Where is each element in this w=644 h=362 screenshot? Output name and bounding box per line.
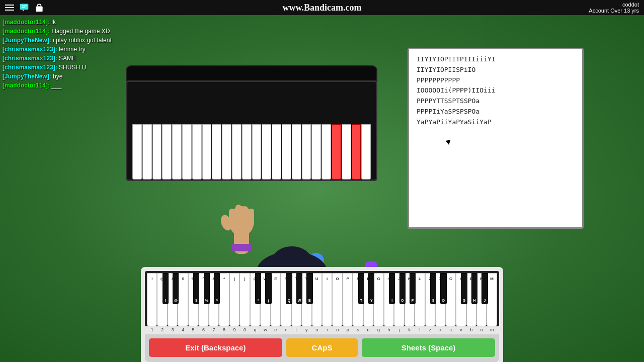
key-label-bottom: c: [446, 327, 456, 332]
white-key[interactable]: W: [260, 273, 270, 326]
white-key[interactable]: *: [219, 273, 229, 326]
top-bar-left-icons: [5, 3, 44, 13]
white-key[interactable]: V: [456, 273, 466, 326]
white-key[interactable]: L: [415, 273, 425, 326]
exit-button[interactable]: Exit (Backspace): [149, 338, 282, 357]
piano-keys-ui: !@#$%^&*()QWERTYUIOPSDGHJKLZXCVBNMI@S%^*…: [145, 271, 499, 326]
svg-rect-6: [231, 244, 252, 251]
chat-panel: [maddoctor114]: lk[maddoctor114]: I lagg…: [3, 18, 143, 90]
white-key[interactable]: D: [363, 273, 373, 326]
username: coddot: [589, 2, 639, 8]
key-label-bottom: u: [312, 327, 322, 332]
white-key[interactable]: #: [168, 273, 178, 326]
white-key[interactable]: ): [239, 273, 250, 326]
chat-message: [JumpyTheNew]: i play roblox got talent: [3, 36, 143, 45]
white-key[interactable]: G: [373, 273, 383, 326]
svg-rect-11: [249, 209, 254, 224]
white-key[interactable]: R: [281, 273, 291, 326]
white-key[interactable]: $: [178, 273, 188, 326]
white-key[interactable]: J: [394, 273, 404, 326]
white-key[interactable]: @: [157, 273, 167, 326]
key-label-top: H: [387, 277, 390, 281]
key-label-bottom: j: [394, 327, 404, 332]
key-label-top: $: [182, 277, 184, 281]
key-label-top: !: [151, 277, 153, 281]
key-label-bottom: h: [384, 327, 394, 332]
white-key[interactable]: (: [229, 273, 239, 326]
white-key[interactable]: Q: [250, 273, 260, 326]
key-label-bottom: 7: [209, 327, 219, 332]
key-label-top: @: [160, 277, 165, 281]
key-label-top: U: [315, 277, 318, 281]
chat-message: [chrismasmax123]: lemme try: [3, 45, 143, 54]
svg-rect-0: [20, 4, 29, 10]
white-key[interactable]: ^: [198, 273, 208, 326]
white-key[interactable]: T: [291, 273, 301, 326]
key-label-top: J: [398, 277, 400, 281]
caps-button[interactable]: CApS: [286, 338, 358, 357]
key-label-top: V: [460, 277, 462, 281]
character-hand: [216, 189, 267, 254]
chat-text: SAME: [59, 55, 76, 62]
key-label-bottom: s: [353, 327, 363, 332]
chat-username: [maddoctor114]:: [3, 19, 50, 26]
white-key[interactable]: &: [209, 273, 219, 326]
key-label-top: L: [419, 277, 421, 281]
white-key[interactable]: I: [322, 273, 332, 326]
hamburger-icon[interactable]: [5, 5, 14, 11]
key-label-bottom: o: [332, 327, 342, 332]
white-key[interactable]: !: [147, 273, 157, 326]
svg-rect-10: [242, 206, 248, 224]
key-label-top: Y: [305, 277, 308, 281]
key-label-bottom: n: [476, 327, 487, 332]
bag-icon[interactable]: [34, 3, 44, 13]
key-label-top: S: [357, 277, 359, 281]
key-label-bottom: m: [487, 327, 497, 332]
key-label-bottom: l: [415, 327, 425, 332]
chat-username: [JumpyTheNew]:: [3, 73, 51, 80]
white-key[interactable]: E: [271, 273, 281, 326]
white-key[interactable]: B: [466, 273, 476, 326]
key-label-top: G: [377, 277, 380, 281]
white-key[interactable]: S: [353, 273, 363, 326]
sheet-panel: IIYIYIOPIITPIIIiiiYIIIYIYIOPIISPiIOPPPPP…: [408, 48, 584, 229]
white-key[interactable]: X: [435, 273, 445, 326]
game-piano-3d: [126, 80, 377, 181]
key-label-bottom: 6: [198, 327, 208, 332]
key-label-bottom: 1: [147, 327, 157, 332]
key-label-bottom: 0: [239, 327, 250, 332]
key-label-bottom: w: [260, 327, 270, 332]
user-info: coddot Account Over 13 yrs: [589, 2, 639, 14]
chat-text: lk: [51, 19, 56, 26]
key-label-top: X: [439, 277, 442, 281]
white-key[interactable]: N: [476, 273, 487, 326]
key-label-bottom: 8: [219, 327, 229, 332]
sheet-content: IIYIYIOPIITPIIIiiiYIIIYIYIOPIISPiIOPPPPP…: [417, 54, 575, 128]
key-label-top: C: [449, 277, 452, 281]
white-key[interactable]: %: [188, 273, 198, 326]
action-buttons-row: Exit (Backspace) CApS Sheets (Space): [145, 334, 499, 362]
svg-rect-4: [36, 7, 42, 12]
account-age: Account Over 13 yrs: [589, 8, 639, 14]
chat-icon[interactable]: [19, 3, 29, 13]
key-label-bottom: z: [425, 327, 435, 332]
white-key[interactable]: O: [332, 273, 342, 326]
white-key[interactable]: M: [487, 273, 497, 326]
key-label-top: ^: [202, 277, 205, 281]
key-label-bottom: q: [250, 327, 260, 332]
white-key[interactable]: C: [446, 273, 456, 326]
white-key[interactable]: Y: [301, 273, 311, 326]
white-key[interactable]: H: [384, 273, 394, 326]
key-label-top: Q: [254, 277, 257, 281]
chat-username: [maddoctor114]:: [3, 28, 50, 35]
sheets-button[interactable]: Sheets (Space): [362, 338, 495, 357]
white-key[interactable]: Z: [425, 273, 435, 326]
white-key[interactable]: U: [312, 273, 322, 326]
top-bar: www.Bandicam.com coddot Account Over 13 …: [0, 0, 644, 15]
white-key[interactable]: P: [343, 273, 353, 326]
chat-message: [maddoctor114]: I lagged the game XD: [3, 27, 143, 36]
key-label-top: E: [274, 277, 277, 281]
svg-rect-9: [235, 205, 242, 224]
white-key[interactable]: K: [405, 273, 415, 326]
key-label-bottom: 3: [168, 327, 178, 332]
